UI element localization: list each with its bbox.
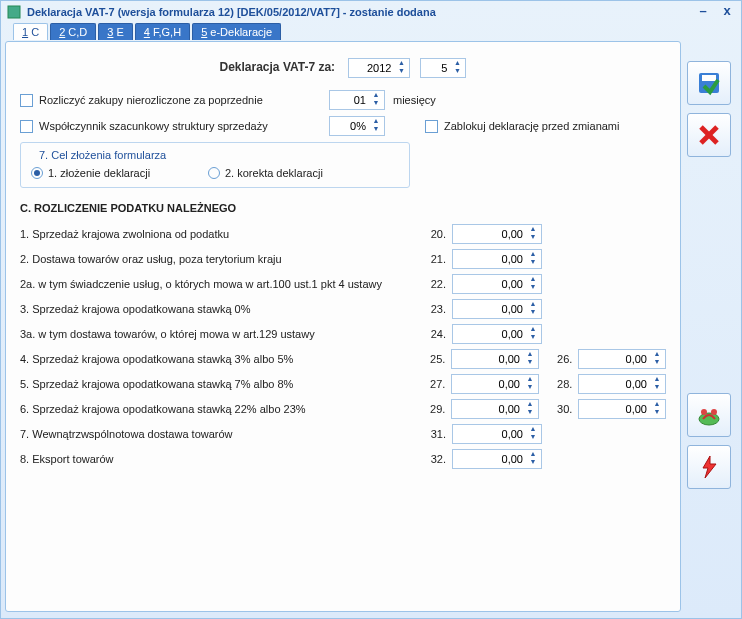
lock-label: Zablokuj deklarację przed zmianami [444,120,619,132]
line-label: 3. Sprzedaż krajowa opodatkowana stawką … [20,303,420,315]
window: Deklaracja VAT-7 (wersja formularza 12) … [0,0,742,619]
line-7: 6. Sprzedaż krajowa opodatkowana stawką … [20,399,666,419]
line-0: 1. Sprzedaż krajowa zwolniona od podatku… [20,224,666,244]
wsp-spinner[interactable]: ▲▼ [329,116,385,136]
header-label: Deklaracja VAT-7 za: [220,60,336,74]
section-c-title: C. ROZLICZENIE PODATKU NALEŻNEGO [20,202,666,214]
flash-button[interactable] [687,445,731,489]
value-spinner[interactable]: ▲▼ [452,299,542,319]
field-number-2: 30. [547,403,572,415]
line-label: 8. Eksport towarów [20,453,420,465]
line-label: 3a. w tym dostawa towarów, o której mowa… [20,328,420,340]
app-icon [7,5,21,19]
month-spinner[interactable]: ▲▼ [420,58,466,78]
tab-3e[interactable]: 3 E [98,23,133,40]
tab-5edek[interactable]: 5 e-Deklaracje [192,23,281,40]
value-spinner[interactable]: ▲▼ [452,449,542,469]
line-8: 7. Wewnątrzwspólnotowa dostawa towarów31… [20,424,666,444]
value-spinner-2[interactable]: ▲▼ [578,374,666,394]
svg-rect-2 [702,75,716,81]
rozlicz-suffix: miesięcy [393,94,436,106]
minimize-button[interactable]: – [695,4,711,20]
tab-strip: 1 C 2 C,D 3 E 4 F,G,H 5 e-Deklaracje [13,23,681,40]
cel-radio-zlozenie[interactable] [31,167,43,179]
basket-button[interactable] [687,393,731,437]
cel-radio-korekta[interactable] [208,167,220,179]
value-spinner[interactable]: ▲▼ [451,349,539,369]
month-down[interactable]: ▼ [450,68,464,76]
value-spinner[interactable]: ▲▼ [452,274,542,294]
svg-point-7 [711,409,717,415]
value-spinner-2[interactable]: ▲▼ [578,349,666,369]
field-number: 23. [420,303,446,315]
toolbar-spacer [687,165,731,385]
line-2: 2a. w tym świadczenie usług, o których m… [20,274,666,294]
row-rozlicz: Rozliczyć zakupy nierozliczone za poprze… [20,90,666,110]
line-label: 5. Sprzedaż krajowa opodatkowana stawką … [20,378,420,390]
line-label: 6. Sprzedaż krajowa opodatkowana stawką … [20,403,420,415]
tab-panel-1c: Deklaracja VAT-7 za: ▲▼ ▲▼ Rozliczyć zak… [5,41,681,612]
line-4: 3a. w tym dostawa towarów, o której mowa… [20,324,666,344]
field-number: 29. [420,403,445,415]
cel-fieldset: 7. Cel złożenia formularza 1. złożenie d… [20,142,410,188]
close-button[interactable]: x [719,4,735,20]
line-label: 4. Sprzedaż krajowa opodatkowana stawką … [20,353,420,365]
rozlicz-checkbox[interactable] [20,94,33,107]
svg-marker-8 [703,456,716,478]
field-number: 24. [420,328,446,340]
field-number: 21. [420,253,446,265]
value-spinner[interactable]: ▲▼ [452,424,542,444]
svg-rect-0 [8,6,20,18]
field-number-2: 28. [547,378,572,390]
rozlicz-months-spinner[interactable]: ▲▼ [329,90,385,110]
field-number: 25. [420,353,445,365]
field-number: 32. [420,453,446,465]
line-label: 2a. w tym świadczenie usług, o których m… [20,278,420,290]
line-9: 8. Eksport towarów32.▲▼ [20,449,666,469]
field-number: 20. [420,228,446,240]
tab-4fgh[interactable]: 4 F,G,H [135,23,190,40]
year-spinner[interactable]: ▲▼ [348,58,410,78]
line-6: 5. Sprzedaż krajowa opodatkowana stawką … [20,374,666,394]
year-down[interactable]: ▼ [394,68,408,76]
value-spinner-2[interactable]: ▲▼ [578,399,666,419]
value-spinner[interactable]: ▲▼ [452,324,542,344]
wsp-checkbox[interactable] [20,120,33,133]
window-title: Deklaracja VAT-7 (wersja formularza 12) … [27,6,695,18]
line-5: 4. Sprzedaż krajowa opodatkowana stawką … [20,349,666,369]
cel-r1-label: 1. złożenie deklaracji [48,167,208,179]
cel-r2-label: 2. korekta deklaracji [225,167,323,179]
field-number: 22. [420,278,446,290]
field-number-2: 26. [547,353,572,365]
content-area: 1 C 2 C,D 3 E 4 F,G,H 5 e-Deklaracje Dek… [5,23,681,612]
cel-title: 7. Cel złożenia formularza [35,149,170,161]
line-label: 2. Dostawa towarów oraz usług, poza tery… [20,253,420,265]
save-button[interactable] [687,61,731,105]
rozlicz-label: Rozliczyć zakupy nierozliczone za poprze… [39,94,329,106]
tab-2cd[interactable]: 2 C,D [50,23,96,40]
wsp-label: Współczynnik szacunkowy struktury sprzed… [39,120,329,132]
declaration-header: Deklaracja VAT-7 za: ▲▼ ▲▼ [20,52,666,90]
value-spinner[interactable]: ▲▼ [451,374,539,394]
cancel-button[interactable] [687,113,731,157]
svg-point-6 [701,409,707,415]
line-3: 3. Sprzedaż krajowa opodatkowana stawką … [20,299,666,319]
line-label: 1. Sprzedaż krajowa zwolniona od podatku [20,228,420,240]
field-number: 31. [420,428,446,440]
line-label: 7. Wewnątrzwspólnotowa dostawa towarów [20,428,420,440]
line-1: 2. Dostawa towarów oraz usług, poza tery… [20,249,666,269]
window-controls: – x [695,4,735,20]
lock-checkbox[interactable] [425,120,438,133]
row-wsp: Współczynnik szacunkowy struktury sprzed… [20,116,666,136]
field-number: 27. [420,378,445,390]
right-toolbar [687,61,733,489]
tab-1c[interactable]: 1 C [13,23,48,40]
value-spinner[interactable]: ▲▼ [451,399,539,419]
value-spinner[interactable]: ▲▼ [452,224,542,244]
section-c-lines: 1. Sprzedaż krajowa zwolniona od podatku… [20,224,666,469]
value-spinner[interactable]: ▲▼ [452,249,542,269]
titlebar: Deklaracja VAT-7 (wersja formularza 12) … [1,1,741,23]
